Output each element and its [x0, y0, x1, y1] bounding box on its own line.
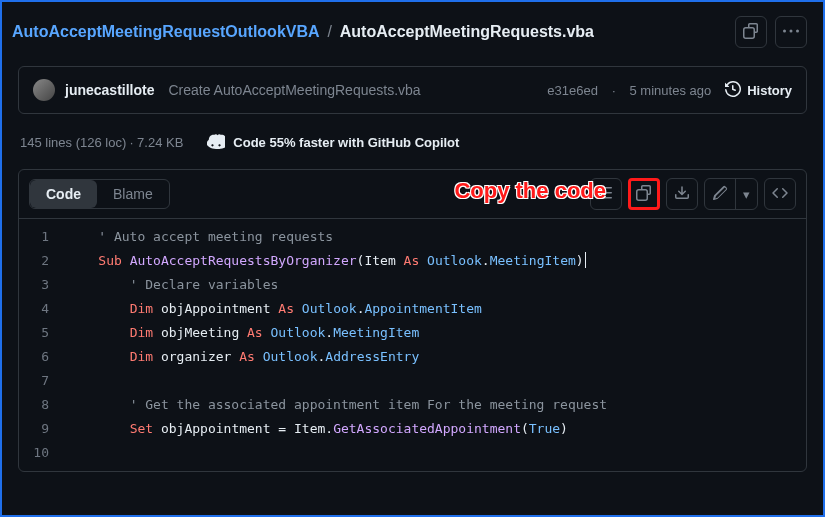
line-number[interactable]: 3: [19, 273, 67, 297]
line-number[interactable]: 6: [19, 345, 67, 369]
code-content[interactable]: [67, 369, 806, 393]
download-icon: [674, 185, 690, 204]
line-number[interactable]: 1: [19, 225, 67, 249]
code-line[interactable]: 1 ' Auto accept meeting requests: [19, 225, 806, 249]
line-number[interactable]: 9: [19, 417, 67, 441]
history-link[interactable]: History: [725, 81, 792, 100]
history-icon: [725, 81, 741, 100]
breadcrumb-file: AutoAcceptMeetingRequests.vba: [340, 23, 594, 40]
file-stats: 145 lines (126 loc) · 7.24 KB: [20, 135, 183, 150]
latest-commit-row: junecastillote Create AutoAcceptMeetingR…: [18, 66, 807, 114]
copy-icon: [743, 23, 759, 42]
edit-button-group: ▾: [704, 178, 758, 210]
raw-icon: [598, 185, 614, 204]
commit-author[interactable]: junecastillote: [65, 82, 154, 98]
code-box: Code Blame Copy the code: [18, 169, 807, 472]
history-label: History: [747, 83, 792, 98]
line-number[interactable]: 2: [19, 249, 67, 273]
annotation-label: Copy the code: [454, 178, 606, 204]
breadcrumb-repo[interactable]: AutoAcceptMeetingRequestOutlookVBA: [12, 23, 319, 40]
line-number[interactable]: 4: [19, 297, 67, 321]
view-tab-group: Code Blame: [29, 179, 170, 209]
pencil-icon: [712, 185, 728, 204]
code-content[interactable]: ' Auto accept meeting requests: [67, 225, 806, 249]
copy-file-button[interactable]: [628, 178, 660, 210]
code-line[interactable]: 4 Dim objAppointment As Outlook.Appointm…: [19, 297, 806, 321]
tab-blame[interactable]: Blame: [97, 180, 169, 208]
commit-dot: ·: [612, 83, 616, 98]
avatar[interactable]: [33, 79, 55, 101]
code-line[interactable]: 6 Dim organizer As Outlook.AddressEntry: [19, 345, 806, 369]
code-line[interactable]: 2 Sub AutoAcceptRequestsByOrganizer(Item…: [19, 249, 806, 273]
commit-message[interactable]: Create AutoAcceptMeetingRequests.vba: [168, 82, 420, 98]
raw-button[interactable]: [590, 178, 622, 210]
caret-down-icon: ▾: [743, 187, 750, 202]
kebab-icon: [783, 23, 799, 42]
copilot-promo[interactable]: Code 55% faster with GitHub Copilot: [207, 132, 459, 153]
code-line[interactable]: 7: [19, 369, 806, 393]
commit-sha[interactable]: e31e6ed: [547, 83, 598, 98]
edit-dropdown-button[interactable]: ▾: [735, 179, 757, 209]
line-number[interactable]: 5: [19, 321, 67, 345]
symbols-icon: [772, 185, 788, 204]
edit-button[interactable]: [705, 179, 735, 209]
file-meta-row: 145 lines (126 loc) · 7.24 KB Code 55% f…: [2, 114, 823, 165]
code-line[interactable]: 8 ' Get the associated appointment item …: [19, 393, 806, 417]
symbols-button[interactable]: [764, 178, 796, 210]
commit-time: 5 minutes ago: [630, 83, 712, 98]
code-content[interactable]: Set objAppointment = Item.GetAssociatedA…: [67, 417, 806, 441]
line-number[interactable]: 8: [19, 393, 67, 417]
code-line[interactable]: 9 Set objAppointment = Item.GetAssociate…: [19, 417, 806, 441]
code-content[interactable]: Sub AutoAcceptRequestsByOrganizer(Item A…: [67, 249, 806, 273]
code-content[interactable]: [67, 441, 806, 465]
code-content[interactable]: Dim organizer As Outlook.AddressEntry: [67, 345, 806, 369]
breadcrumb: AutoAcceptMeetingRequestOutlookVBA / Aut…: [12, 23, 727, 41]
copy-icon: [636, 185, 652, 204]
code-line[interactable]: 5 Dim objMeeting As Outlook.MeetingItem: [19, 321, 806, 345]
code-toolbar: Code Blame Copy the code: [19, 170, 806, 219]
code-content[interactable]: Dim objAppointment As Outlook.Appointmen…: [67, 297, 806, 321]
copilot-icon: [207, 132, 225, 153]
code-area[interactable]: 1 ' Auto accept meeting requests2 Sub Au…: [19, 219, 806, 471]
copy-path-button[interactable]: [735, 16, 767, 48]
code-content[interactable]: ' Declare variables: [67, 273, 806, 297]
code-line[interactable]: 10: [19, 441, 806, 465]
text-cursor: [585, 252, 586, 268]
code-line[interactable]: 3 ' Declare variables: [19, 273, 806, 297]
tab-code[interactable]: Code: [30, 180, 97, 208]
code-content[interactable]: ' Get the associated appointment item Fo…: [67, 393, 806, 417]
breadcrumb-sep: /: [327, 23, 331, 40]
download-button[interactable]: [666, 178, 698, 210]
more-button[interactable]: [775, 16, 807, 48]
line-number[interactable]: 7: [19, 369, 67, 393]
file-header: AutoAcceptMeetingRequestOutlookVBA / Aut…: [2, 2, 823, 58]
copilot-text: Code 55% faster with GitHub Copilot: [233, 135, 459, 150]
line-number[interactable]: 10: [19, 441, 67, 465]
code-content[interactable]: Dim objMeeting As Outlook.MeetingItem: [67, 321, 806, 345]
